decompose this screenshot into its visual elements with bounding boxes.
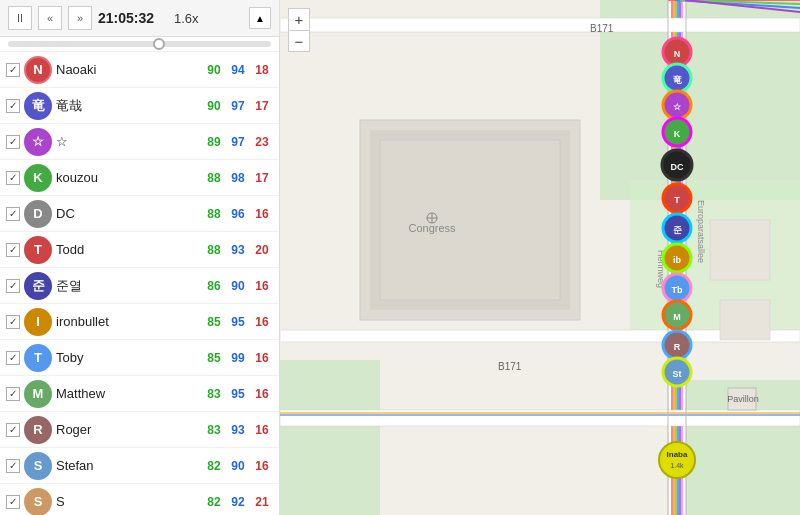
player-row[interactable]: ✓Kkouzou889817 bbox=[0, 160, 279, 196]
score-s2: 96 bbox=[227, 206, 249, 222]
next-button[interactable]: » bbox=[68, 6, 92, 30]
player-row[interactable]: ✓Iironbullet859516 bbox=[0, 304, 279, 340]
svg-text:B171: B171 bbox=[498, 361, 522, 372]
score-s1: 88 bbox=[203, 170, 225, 186]
player-row[interactable]: ✓SStefan829016 bbox=[0, 448, 279, 484]
score-s2: 99 bbox=[227, 350, 249, 366]
left-panel: II « » 21:05:32 1.6x ▲ ✓NNaoaki909418✓竜竜… bbox=[0, 0, 280, 515]
score-s3: 20 bbox=[251, 242, 273, 258]
player-checkbox[interactable]: ✓ bbox=[6, 135, 20, 149]
score-s1: 89 bbox=[203, 134, 225, 150]
svg-text:T: T bbox=[674, 195, 680, 205]
avatar: N bbox=[24, 56, 52, 84]
player-row[interactable]: ✓SS829221 bbox=[0, 484, 279, 515]
score-s2: 90 bbox=[227, 458, 249, 474]
player-row[interactable]: ✓NNaoaki909418 bbox=[0, 52, 279, 88]
avatar: S bbox=[24, 452, 52, 480]
avatar: R bbox=[24, 416, 52, 444]
score-s3: 16 bbox=[251, 350, 273, 366]
score-s1: 90 bbox=[203, 62, 225, 78]
player-name: ☆ bbox=[56, 134, 199, 149]
svg-text:M: M bbox=[673, 312, 681, 322]
score-s2: 97 bbox=[227, 134, 249, 150]
svg-text:☆: ☆ bbox=[673, 102, 682, 112]
player-row[interactable]: ✓竜竜哉909717 bbox=[0, 88, 279, 124]
collapse-button[interactable]: ▲ bbox=[249, 7, 271, 29]
player-checkbox[interactable]: ✓ bbox=[6, 63, 20, 77]
avatar: D bbox=[24, 200, 52, 228]
svg-text:St: St bbox=[673, 369, 682, 379]
score-s3: 21 bbox=[251, 494, 273, 510]
svg-text:Congress: Congress bbox=[408, 222, 456, 234]
score-s1: 85 bbox=[203, 350, 225, 366]
player-checkbox[interactable]: ✓ bbox=[6, 423, 20, 437]
player-checkbox[interactable]: ✓ bbox=[6, 279, 20, 293]
svg-text:ib: ib bbox=[673, 255, 682, 265]
svg-rect-7 bbox=[380, 140, 560, 300]
score-s2: 98 bbox=[227, 170, 249, 186]
zoom-in-button[interactable]: + bbox=[288, 8, 310, 30]
player-checkbox[interactable]: ✓ bbox=[6, 459, 20, 473]
score-s1: 90 bbox=[203, 98, 225, 114]
player-name: kouzou bbox=[56, 170, 199, 185]
avatar: 竜 bbox=[24, 92, 52, 120]
player-row[interactable]: ✓TToby859916 bbox=[0, 340, 279, 376]
map-svg: B171 B171 Congress Pavillon Europaratsal… bbox=[280, 0, 800, 515]
player-checkbox[interactable]: ✓ bbox=[6, 99, 20, 113]
speed-display: 1.6x bbox=[174, 11, 199, 26]
svg-text:K: K bbox=[674, 129, 681, 139]
score-s3: 17 bbox=[251, 170, 273, 186]
score-block: 829016 bbox=[203, 458, 273, 474]
avatar: 준 bbox=[24, 272, 52, 300]
score-s1: 88 bbox=[203, 206, 225, 222]
svg-rect-16 bbox=[280, 412, 800, 414]
toolbar: II « » 21:05:32 1.6x ▲ bbox=[0, 0, 279, 37]
player-checkbox[interactable]: ✓ bbox=[6, 387, 20, 401]
score-s1: 86 bbox=[203, 278, 225, 294]
player-row[interactable]: ✓DDC889616 bbox=[0, 196, 279, 232]
player-name: Stefan bbox=[56, 458, 199, 473]
player-checkbox[interactable]: ✓ bbox=[6, 315, 20, 329]
svg-text:N: N bbox=[674, 49, 681, 59]
player-checkbox[interactable]: ✓ bbox=[6, 207, 20, 221]
score-s2: 93 bbox=[227, 242, 249, 258]
player-name: ironbullet bbox=[56, 314, 199, 329]
prev-button[interactable]: « bbox=[38, 6, 62, 30]
player-row[interactable]: ✓☆☆899723 bbox=[0, 124, 279, 160]
player-row[interactable]: ✓TTodd889320 bbox=[0, 232, 279, 268]
score-s3: 17 bbox=[251, 98, 273, 114]
player-checkbox[interactable]: ✓ bbox=[6, 351, 20, 365]
player-row[interactable]: ✓RRoger839316 bbox=[0, 412, 279, 448]
player-checkbox[interactable]: ✓ bbox=[6, 495, 20, 509]
player-name: DC bbox=[56, 206, 199, 221]
player-checkbox[interactable]: ✓ bbox=[6, 243, 20, 257]
svg-text:R: R bbox=[674, 342, 681, 352]
score-block: 899723 bbox=[203, 134, 273, 150]
player-row[interactable]: ✓준준열869016 bbox=[0, 268, 279, 304]
timeline-slider-row bbox=[0, 37, 279, 52]
player-checkbox[interactable]: ✓ bbox=[6, 171, 20, 185]
player-row[interactable]: ✓MMatthew839516 bbox=[0, 376, 279, 412]
zoom-out-button[interactable]: − bbox=[288, 30, 310, 52]
svg-rect-3 bbox=[280, 360, 380, 515]
score-s2: 97 bbox=[227, 98, 249, 114]
pause-button[interactable]: II bbox=[8, 6, 32, 30]
svg-text:Tb: Tb bbox=[672, 285, 683, 295]
avatar: S bbox=[24, 488, 52, 516]
svg-text:Pavillon: Pavillon bbox=[727, 394, 759, 404]
score-s2: 95 bbox=[227, 314, 249, 330]
score-s3: 16 bbox=[251, 422, 273, 438]
player-name: Matthew bbox=[56, 386, 199, 401]
avatar: M bbox=[24, 380, 52, 408]
slider-thumb[interactable] bbox=[153, 38, 165, 50]
svg-text:DC: DC bbox=[671, 162, 684, 172]
score-s2: 94 bbox=[227, 62, 249, 78]
score-s3: 16 bbox=[251, 386, 273, 402]
player-name: 준열 bbox=[56, 277, 199, 295]
score-block: 829221 bbox=[203, 494, 273, 510]
svg-text:竜: 竜 bbox=[673, 74, 682, 85]
svg-text:1.4k: 1.4k bbox=[670, 462, 684, 469]
timeline-slider[interactable] bbox=[8, 41, 271, 47]
score-s2: 92 bbox=[227, 494, 249, 510]
score-s3: 16 bbox=[251, 206, 273, 222]
